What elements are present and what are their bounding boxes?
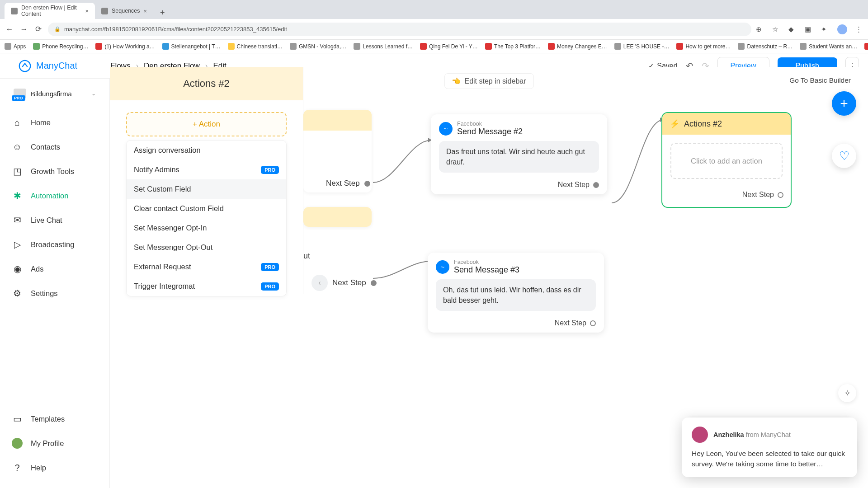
option-label: Assign conversation — [134, 146, 201, 155]
action-option-set-custom-field[interactable]: Set Custom Field — [127, 179, 286, 199]
bookmark-item[interactable]: Apps — [5, 43, 26, 50]
bookmark-item[interactable]: GMSN - Vologda,… — [290, 43, 346, 50]
extension-icon[interactable]: ▣ — [805, 25, 813, 33]
bookmark-item[interactable]: Phone Recycling… — [33, 43, 88, 50]
sidebar-item-contacts[interactable]: ☺Contacts — [0, 135, 109, 159]
chat-from-suffix: from ManyChat — [744, 431, 791, 438]
sidebar-item-settings[interactable]: ⚙Settings — [0, 281, 109, 305]
bookmark-label: Qing Fei De Yi - Y… — [429, 43, 478, 50]
favorite-fab[interactable]: ♡ — [832, 144, 856, 168]
url-input[interactable]: 🔒 manychat.com/fb198150208192061B/cms/fi… — [48, 23, 751, 36]
next-step-port[interactable]: Next Step — [436, 319, 596, 327]
new-tab-button[interactable]: + — [156, 6, 169, 19]
back-circle-icon[interactable]: ‹ — [311, 275, 328, 291]
chevron-down-icon: ⌄ — [91, 90, 96, 97]
add-step-fab[interactable]: + — [832, 91, 856, 116]
bookmark-item[interactable]: How to get more… — [676, 43, 731, 50]
back-button[interactable]: ← — [5, 24, 14, 34]
sidebar-item-help[interactable]: ?Help — [0, 455, 109, 480]
menu-icon[interactable]: ⋮ — [855, 25, 863, 33]
bookmark-bar: Apps Phone Recycling… (1) How Working a…… — [0, 40, 868, 53]
sidebar-item-broadcasting[interactable]: ▷Broadcasting — [0, 232, 109, 257]
sidebar: PRO Bildungsfirma ⌄ ⌂Home ☺Contacts ◳Gro… — [0, 79, 110, 488]
next-step-port[interactable]: Next Step — [439, 181, 599, 189]
connector-line — [612, 120, 664, 210]
star-icon[interactable]: ☆ — [772, 25, 780, 33]
bookmark-item[interactable]: Lessons Learned f… — [354, 43, 413, 50]
sidebar-item-profile[interactable]: My Profile — [0, 431, 109, 455]
action-option-external-request[interactable]: External RequestPRO — [127, 257, 286, 277]
sidebar-item-home[interactable]: ⌂Home — [0, 110, 109, 135]
help-icon: ? — [12, 462, 23, 473]
bookmark-item[interactable]: LEE 'S HOUSE -… — [614, 43, 670, 50]
action-option-assign[interactable]: Assign conversation — [127, 141, 286, 160]
bookmark-item[interactable]: Chinese translati… — [228, 43, 283, 50]
home-icon: ⌂ — [12, 117, 23, 128]
card-title: Send Message #3 — [454, 265, 519, 275]
add-action-button[interactable]: + Action — [126, 112, 287, 136]
next-step-port[interactable]: Next Step — [326, 179, 370, 188]
bookmark-item[interactable]: Qing Fei De Yi - Y… — [420, 43, 478, 50]
card-title: Actions #2 — [684, 119, 722, 129]
bookmark-item[interactable]: Stellenangebot | T… — [162, 43, 221, 50]
action-dropdown-menu: Assign conversation Notify AdminsPRO Set… — [126, 140, 287, 296]
option-label: Notify Admins — [134, 165, 179, 174]
broadcast-icon: ▷ — [12, 239, 23, 250]
connector-dot-icon[interactable] — [778, 192, 783, 198]
next-step-port[interactable]: Next Step — [662, 187, 791, 207]
browser-tab[interactable]: Sequences × — [95, 3, 153, 19]
close-icon[interactable]: × — [85, 8, 89, 14]
basic-builder-link[interactable]: Go To Basic Builder — [783, 73, 857, 88]
option-label: Trigger Integromat — [134, 282, 195, 291]
sidebar-item-automation[interactable]: ✱Automation — [0, 183, 109, 208]
sidebar-item-label: Home — [31, 118, 51, 127]
action-option-opt-out[interactable]: Set Messenger Opt-Out — [127, 238, 286, 257]
sidebar-item-livechat[interactable]: ✉Live Chat — [0, 208, 109, 232]
bookmark-item[interactable]: Money Changes E… — [548, 43, 607, 50]
extension-icon[interactable]: ◆ — [788, 25, 797, 33]
connector-dot-icon[interactable] — [364, 181, 370, 187]
profile-avatar[interactable] — [837, 24, 847, 34]
logo[interactable]: ManyChat — [0, 59, 110, 73]
tab-bar: Den ersten Flow | Edit Content × Sequenc… — [0, 0, 868, 19]
browser-tab-active[interactable]: Den ersten Flow | Edit Content × — [5, 3, 95, 19]
auto-layout-button[interactable]: ✧ — [838, 384, 856, 402]
messenger-icon: ~ — [436, 260, 449, 274]
flow-card-fragment[interactable] — [303, 207, 372, 227]
action-option-integromat[interactable]: Trigger IntegromatPRO — [127, 277, 286, 296]
close-icon[interactable]: × — [144, 8, 147, 14]
connector-dot-icon[interactable] — [593, 182, 599, 188]
next-step-port[interactable]: ‹ Next Step — [311, 275, 377, 291]
next-step-label: Next Step — [558, 181, 590, 189]
puzzle-icon[interactable]: ✦ — [821, 25, 829, 33]
flow-card-send-message-2[interactable]: ~ Facebook Send Message #2 Das freut uns… — [431, 114, 607, 194]
bookmark-item[interactable]: (1) How Working a… — [95, 43, 155, 50]
connector-dot-icon[interactable] — [590, 320, 596, 326]
growth-icon: ◳ — [12, 166, 23, 177]
bookmark-item[interactable]: Datenschutz – R… — [738, 43, 793, 50]
reload-button[interactable]: ⟳ — [33, 24, 43, 34]
sidebar-item-templates[interactable]: ▭Templates — [0, 407, 109, 431]
option-label: Clear contact Custom Field — [134, 204, 224, 213]
templates-icon: ▭ — [12, 413, 23, 424]
forward-button[interactable]: → — [19, 24, 29, 34]
sidebar-item-growth[interactable]: ◳Growth Tools — [0, 159, 109, 183]
card-header-fragment — [303, 207, 372, 227]
next-step-label: Next Step — [555, 319, 586, 327]
action-option-opt-in[interactable]: Set Messenger Opt-In — [127, 218, 286, 238]
connector-dot-icon[interactable] — [371, 280, 377, 286]
sidebar-item-ads[interactable]: ◉Ads — [0, 257, 109, 281]
intercom-chat-popup[interactable]: Anzhelika from ManyChat Hey Leon, You've… — [682, 418, 857, 478]
bookmark-item[interactable]: (2) How To Add A… — [864, 43, 868, 50]
flow-card-send-message-3[interactable]: ~ Facebook Send Message #3 Oh, das tut u… — [428, 253, 604, 333]
connector-line — [373, 261, 432, 284]
flow-card-actions-2[interactable]: ⚡ Actions #2 Click to add an action Next… — [661, 112, 792, 208]
translate-icon[interactable]: ⊕ — [756, 25, 764, 33]
bookmark-item[interactable]: Student Wants an… — [800, 43, 857, 50]
action-option-clear-custom-field[interactable]: Clear contact Custom Field — [127, 199, 286, 218]
action-option-notify[interactable]: Notify AdminsPRO — [127, 160, 286, 179]
bookmark-item[interactable]: The Top 3 Platfor… — [485, 43, 541, 50]
workspace-selector[interactable]: PRO Bildungsfirma ⌄ — [9, 85, 100, 102]
edit-in-sidebar-chip[interactable]: 👈 Edit step in sidebar — [444, 73, 533, 89]
add-action-placeholder[interactable]: Click to add an action — [670, 143, 783, 179]
